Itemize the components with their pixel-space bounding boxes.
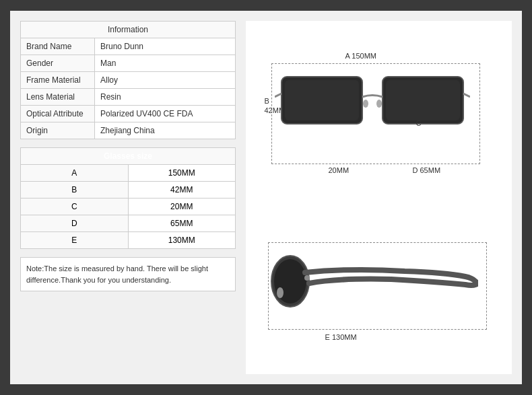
info-table: Information Brand Name Bruno Dunn Gender… xyxy=(20,21,236,139)
table-row: A 150MM xyxy=(21,165,236,182)
table-row: Origin Zhejiang China xyxy=(21,122,236,139)
diagram-side-view: E 130MM xyxy=(265,239,494,347)
table-row: Lens Material Resin xyxy=(21,89,236,106)
dimension-D-value: 20MM xyxy=(329,166,350,174)
svg-line-5 xyxy=(463,94,470,97)
table-row: Frame Material Alloy xyxy=(21,72,236,89)
right-panel: A 150MM B 42MM C xyxy=(246,21,512,374)
dimension-A-label: A 150MM xyxy=(345,52,376,60)
size-value: 20MM xyxy=(128,199,236,215)
dimension-D-label: D 65MM xyxy=(413,166,441,174)
table-row: D 65MM xyxy=(21,215,236,232)
info-value: Bruno Dunn xyxy=(95,38,236,55)
svg-point-3 xyxy=(376,100,382,108)
size-label: B xyxy=(21,182,129,199)
info-label: Origin xyxy=(21,122,95,139)
table-row: B 42MM xyxy=(21,182,236,199)
table-row: E 130MM xyxy=(21,232,236,249)
svg-line-4 xyxy=(275,94,281,97)
table-row: C 20MM xyxy=(21,199,236,215)
info-value: Resin xyxy=(95,89,236,106)
info-value: Polarized UV400 CE FDA xyxy=(95,106,236,122)
note-text: Note:The size is measured by hand. There… xyxy=(26,264,208,284)
info-header: Information xyxy=(21,22,236,38)
size-header: Glasses size xyxy=(21,148,236,165)
svg-point-11 xyxy=(277,287,284,298)
left-panel: Information Brand Name Bruno Dunn Gender… xyxy=(20,21,236,374)
info-label: Lens Material xyxy=(21,89,95,106)
size-label: D xyxy=(21,215,129,232)
glasses-side-svg xyxy=(270,244,486,325)
size-value: 130MM xyxy=(128,232,236,249)
svg-point-2 xyxy=(363,100,368,108)
dimension-B-label: B xyxy=(265,97,269,105)
size-label: C xyxy=(21,199,129,215)
size-label: A xyxy=(21,165,129,182)
size-table: Glasses size A 150MM B 42MM C 20MM D 65M… xyxy=(20,147,236,249)
info-value: Alloy xyxy=(95,72,236,89)
note-box: Note:The size is measured by hand. There… xyxy=(20,257,236,291)
size-value: 42MM xyxy=(128,182,236,199)
info-label: Optical Attribute xyxy=(21,106,95,122)
svg-rect-7 xyxy=(386,80,460,120)
info-label: Gender xyxy=(21,55,95,72)
table-row: Gender Man xyxy=(21,55,236,72)
table-row: Optical Attribute Polarized UV400 CE FDA xyxy=(21,106,236,122)
info-value: Zhejiang China xyxy=(95,122,236,139)
diagram-front-view: A 150MM B 42MM C xyxy=(265,48,494,196)
dimension-C-label: C xyxy=(416,119,422,127)
info-value: Man xyxy=(95,55,236,72)
glasses-front-svg xyxy=(275,63,470,157)
size-value: 150MM xyxy=(128,165,236,182)
size-label: E xyxy=(21,232,129,249)
svg-point-10 xyxy=(304,275,310,281)
info-label: Brand Name xyxy=(21,38,95,55)
size-value: 65MM xyxy=(128,215,236,232)
info-label: Frame Material xyxy=(21,72,95,89)
main-container: Information Brand Name Bruno Dunn Gender… xyxy=(10,11,522,384)
dimension-E-label: E 130MM xyxy=(325,333,357,341)
svg-rect-6 xyxy=(285,80,359,120)
table-row: Brand Name Bruno Dunn xyxy=(21,38,236,55)
